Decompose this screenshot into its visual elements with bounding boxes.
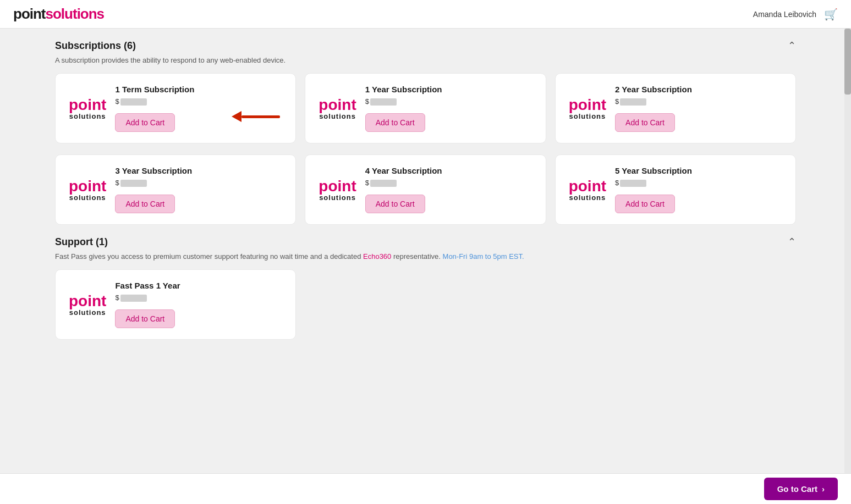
product-name-fastpass: Fast Pass 1 Year bbox=[115, 281, 282, 290]
subscriptions-collapse-icon[interactable]: ⌃ bbox=[788, 40, 796, 52]
support-collapse-icon[interactable]: ⌃ bbox=[788, 236, 796, 248]
product-card-1term: point solutions 1 Term Subscription $ Ad… bbox=[55, 73, 296, 143]
product-card-2year: point solutions 2 Year Subscription $ Ad… bbox=[555, 73, 796, 143]
card-logo-point: point bbox=[319, 97, 356, 113]
card-logo-point: point bbox=[69, 97, 106, 113]
support-section: Support (1) ⌃ Fast Pass gives you access… bbox=[55, 236, 796, 340]
product-card-4year: point solutions 4 Year Subscription $ Ad… bbox=[305, 154, 546, 225]
card-logo-solutions: solutions bbox=[69, 113, 106, 120]
product-logo: point solutions bbox=[69, 97, 106, 120]
card-logo-solutions: solutions bbox=[569, 194, 606, 201]
add-to-cart-4year[interactable]: Add to Cart bbox=[365, 195, 425, 213]
subscriptions-row-2: point solutions 3 Year Subscription $ Ad… bbox=[55, 154, 796, 225]
support-section-header: Support (1) ⌃ bbox=[55, 236, 796, 250]
add-to-cart-2year[interactable]: Add to Cart bbox=[615, 113, 675, 132]
product-name-2year: 2 Year Subscription bbox=[615, 85, 782, 94]
logo: pointsolutions bbox=[13, 5, 104, 23]
product-info-3year: 3 Year Subscription $ Add to Cart bbox=[115, 166, 282, 213]
add-to-cart-fastpass[interactable]: Add to Cart bbox=[115, 309, 175, 328]
card-logo-point: point bbox=[69, 179, 106, 194]
card-logo-solutions: solutions bbox=[319, 194, 356, 201]
scrollbar-thumb[interactable] bbox=[844, 29, 851, 95]
product-info-5year: 5 Year Subscription $ Add to Cart bbox=[615, 166, 782, 213]
go-to-cart-arrow-icon: › bbox=[822, 484, 825, 494]
product-logo: point solutions bbox=[319, 179, 356, 201]
header-right: Amanda Leibovich 🛒 bbox=[753, 8, 838, 21]
card-logo-point: point bbox=[569, 179, 606, 194]
subscriptions-description: A subscription provides the ability to r… bbox=[55, 56, 796, 64]
card-logo-solutions: solutions bbox=[319, 113, 356, 120]
subscriptions-row-1: point solutions 1 Term Subscription $ Ad… bbox=[55, 73, 796, 143]
card-logo-point: point bbox=[319, 179, 356, 194]
support-desc-normal2: representative. bbox=[391, 252, 442, 261]
support-description: Fast Pass gives you access to premium cu… bbox=[55, 252, 796, 261]
product-price-5year: $ bbox=[615, 179, 782, 187]
product-card-3year: point solutions 3 Year Subscription $ Ad… bbox=[55, 154, 296, 225]
product-price-2year: $ bbox=[615, 97, 782, 106]
card-logo-solutions: solutions bbox=[69, 309, 106, 316]
card-logo-point: point bbox=[569, 97, 606, 113]
card-logo-solutions: solutions bbox=[569, 113, 606, 120]
product-logo: point solutions bbox=[569, 97, 606, 120]
add-to-cart-5year[interactable]: Add to Cart bbox=[615, 195, 675, 213]
support-desc-highlight: Echo360 bbox=[363, 252, 391, 261]
main-content: Subscriptions (6) ⌃ A subscription provi… bbox=[0, 29, 851, 473]
product-card-1year: point solutions 1 Year Subscription $ Ad… bbox=[305, 73, 546, 143]
username-label: Amanda Leibovich bbox=[753, 10, 816, 19]
subscriptions-section-header: Subscriptions (6) ⌃ bbox=[55, 40, 796, 54]
product-price-1year: $ bbox=[365, 97, 532, 106]
product-name-1year: 1 Year Subscription bbox=[365, 85, 532, 94]
product-name-3year: 3 Year Subscription bbox=[115, 166, 282, 175]
support-desc-normal: Fast Pass gives you access to premium cu… bbox=[55, 252, 363, 261]
product-price-1term: $ bbox=[115, 97, 282, 106]
product-logo: point solutions bbox=[69, 179, 106, 201]
add-to-cart-1year[interactable]: Add to Cart bbox=[365, 113, 425, 132]
product-logo: point solutions bbox=[569, 179, 606, 201]
app-header: pointsolutions Amanda Leibovich 🛒 bbox=[0, 0, 851, 29]
product-info-2year: 2 Year Subscription $ Add to Cart bbox=[615, 85, 782, 132]
product-logo: point solutions bbox=[319, 97, 356, 120]
product-info-fastpass: Fast Pass 1 Year $ Add to Cart bbox=[115, 281, 282, 328]
product-name-5year: 5 Year Subscription bbox=[615, 166, 782, 175]
add-to-cart-1term[interactable]: Add to Cart bbox=[115, 113, 175, 132]
product-info-1term: 1 Term Subscription $ Add to Cart bbox=[115, 85, 282, 132]
logo-solutions: solutions bbox=[46, 5, 105, 22]
scrollbar-track bbox=[844, 29, 851, 473]
cart-icon-button[interactable]: 🛒 bbox=[824, 8, 838, 21]
product-info-4year: 4 Year Subscription $ Add to Cart bbox=[365, 166, 532, 213]
go-to-cart-label: Go to Cart bbox=[777, 484, 817, 494]
subscriptions-section: Subscriptions (6) ⌃ A subscription provi… bbox=[55, 40, 796, 225]
product-logo: point solutions bbox=[69, 293, 106, 316]
card-logo-point: point bbox=[69, 293, 106, 309]
logo-point: point bbox=[13, 5, 46, 22]
product-price-4year: $ bbox=[365, 179, 532, 187]
product-name-1term: 1 Term Subscription bbox=[115, 85, 282, 94]
product-price-3year: $ bbox=[115, 179, 282, 187]
product-info-1year: 1 Year Subscription $ Add to Cart bbox=[365, 85, 532, 132]
subscriptions-title: Subscriptions (6) bbox=[55, 40, 136, 52]
product-card-fastpass: point solutions Fast Pass 1 Year $ Add t… bbox=[55, 269, 296, 340]
page-footer: Go to Cart › bbox=[0, 473, 851, 504]
support-products-row: point solutions Fast Pass 1 Year $ Add t… bbox=[55, 269, 796, 340]
card-logo-solutions: solutions bbox=[69, 194, 106, 201]
product-price-fastpass: $ bbox=[115, 293, 282, 302]
go-to-cart-button[interactable]: Go to Cart › bbox=[764, 478, 838, 500]
product-card-5year: point solutions 5 Year Subscription $ Ad… bbox=[555, 154, 796, 225]
support-desc-blue: Mon-Fri 9am to 5pm EST. bbox=[443, 252, 524, 261]
product-name-4year: 4 Year Subscription bbox=[365, 166, 532, 175]
add-to-cart-3year[interactable]: Add to Cart bbox=[115, 195, 175, 213]
support-title: Support (1) bbox=[55, 236, 108, 248]
